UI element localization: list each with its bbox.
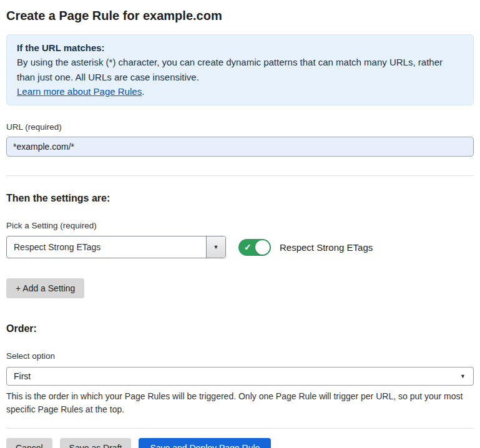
learn-more-link[interactable]: Learn more about Page Rules [17, 86, 142, 97]
section-divider [6, 175, 474, 176]
save-deploy-button[interactable]: Save and Deploy Page Rule [139, 438, 271, 448]
page-title: Create a Page Rule for example.com [6, 9, 474, 23]
url-input[interactable] [6, 137, 474, 157]
order-select-label: Select option [6, 351, 474, 361]
url-label: URL (required) [6, 122, 474, 132]
link-period: . [142, 86, 144, 97]
order-select-value: First [14, 371, 460, 381]
info-box-link-line: Learn more about Page Rules. [17, 84, 463, 99]
order-help-text: This is the order in which your Page Rul… [6, 390, 471, 416]
save-draft-button[interactable]: Save as Draft [60, 438, 132, 448]
setting-row: Respect Strong ETags ▼ ✓ Respect Strong … [6, 236, 474, 258]
caret-down-icon: ▼ [460, 374, 466, 379]
info-box-heading: If the URL matches: [17, 41, 463, 55]
action-buttons: Cancel Save as Draft Save and Deploy Pag… [6, 438, 474, 448]
settings-heading: Then the settings are: [6, 193, 474, 204]
actions-divider [6, 428, 474, 429]
info-box-body: By using the asterisk (*) character, you… [17, 55, 463, 84]
etags-toggle[interactable]: ✓ [238, 239, 271, 256]
setting-select[interactable]: Respect Strong ETags ▼ [6, 236, 226, 258]
toggle-label: Respect Strong ETags [280, 242, 373, 253]
cancel-button[interactable]: Cancel [6, 438, 52, 448]
pick-setting-label: Pick a Setting (required) [6, 221, 474, 230]
toggle-knob [255, 240, 270, 255]
page-rule-form: Create a Page Rule for example.com If th… [0, 0, 480, 448]
check-icon: ✓ [244, 243, 252, 251]
setting-select-caret-button[interactable]: ▼ [206, 236, 225, 258]
order-heading: Order: [6, 323, 474, 334]
setting-select-value: Respect Strong ETags [7, 236, 206, 258]
caret-down-icon: ▼ [213, 245, 219, 250]
order-select[interactable]: First ▼ [6, 367, 474, 386]
add-setting-button[interactable]: + Add a Setting [6, 278, 84, 298]
url-match-info-box: If the URL matches: By using the asteris… [6, 34, 474, 105]
